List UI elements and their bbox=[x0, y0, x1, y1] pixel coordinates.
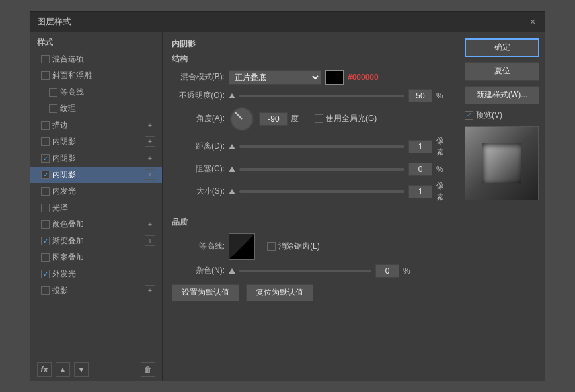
distance-label: 距离(D): bbox=[172, 141, 225, 152]
sidebar-item-satin[interactable]: 光泽 bbox=[30, 200, 162, 216]
move-down-button[interactable]: ▼ bbox=[74, 362, 89, 377]
distance-slider-track[interactable] bbox=[239, 145, 404, 148]
choke-slider-triangle[interactable] bbox=[229, 167, 235, 172]
move-up-button[interactable]: ▲ bbox=[56, 362, 70, 377]
contour-preview[interactable] bbox=[229, 233, 255, 260]
opacity-slider-track[interactable] bbox=[239, 95, 404, 97]
close-button[interactable]: × bbox=[527, 17, 538, 27]
contour-sub-checkbox[interactable] bbox=[49, 88, 58, 97]
satin-checkbox[interactable] bbox=[41, 204, 50, 212]
styles-section-title: 样式 bbox=[30, 32, 162, 51]
angle-dial[interactable] bbox=[230, 107, 254, 131]
inner-shadow1-checkbox[interactable] bbox=[41, 137, 50, 146]
anti-alias-checkbox[interactable] bbox=[267, 242, 276, 251]
size-slider-track[interactable] bbox=[239, 190, 404, 193]
delete-button[interactable]: 🗑 bbox=[141, 362, 155, 377]
sidebar-item-inner-shadow3[interactable]: 内阴影 + bbox=[30, 167, 162, 183]
use-global-light-row: 使用全局光(G) bbox=[315, 113, 377, 124]
inner-shadow2-checkbox[interactable] bbox=[41, 154, 50, 163]
choke-slider-track[interactable] bbox=[239, 168, 404, 171]
size-slider-container bbox=[229, 189, 404, 194]
sidebar-item-texture-sub[interactable]: 纹理 bbox=[30, 100, 162, 117]
sidebar-item-color-overlay[interactable]: 颜色叠加 + bbox=[30, 216, 162, 233]
anti-alias-row: 消除锯齿(L) bbox=[267, 241, 320, 252]
ok-button[interactable]: 确定 bbox=[465, 38, 539, 57]
sidebar-item-drop-shadow[interactable]: 投影 + bbox=[30, 282, 162, 299]
noise-slider-triangle[interactable] bbox=[229, 268, 235, 274]
inner-glow-checkbox[interactable] bbox=[41, 187, 50, 196]
stroke-plus-btn[interactable]: + bbox=[145, 120, 155, 130]
set-default-button[interactable]: 设置为默认值 bbox=[172, 284, 239, 301]
choke-row: 阻塞(C): % bbox=[172, 163, 449, 176]
choke-label: 阻塞(C): bbox=[172, 163, 225, 175]
blend-mode-label: 混合模式(B): bbox=[172, 71, 225, 83]
color-overlay-label: 颜色叠加 bbox=[52, 219, 84, 230]
drop-shadow-plus-btn[interactable]: + bbox=[145, 285, 155, 295]
opacity-slider-container bbox=[229, 93, 404, 98]
angle-input[interactable] bbox=[259, 112, 288, 126]
gradient-overlay-plus-btn[interactable]: + bbox=[145, 235, 155, 246]
texture-sub-checkbox[interactable] bbox=[49, 104, 58, 113]
inner-shadow1-plus-btn[interactable]: + bbox=[145, 136, 155, 147]
distance-slider-container bbox=[229, 144, 404, 149]
gradient-overlay-checkbox[interactable] bbox=[41, 237, 50, 245]
inner-shadow3-checkbox[interactable] bbox=[41, 171, 50, 179]
new-style-button[interactable]: 新建样式(W)... bbox=[465, 86, 539, 104]
use-global-light-checkbox[interactable] bbox=[315, 114, 323, 123]
pattern-overlay-checkbox[interactable] bbox=[41, 253, 50, 262]
blending-checkbox[interactable] bbox=[41, 55, 50, 63]
sidebar-item-inner-shadow1[interactable]: 内阴影 + bbox=[30, 134, 162, 150]
fx-button[interactable]: fx bbox=[37, 362, 52, 377]
distance-input[interactable] bbox=[408, 140, 432, 153]
anti-alias-label: 消除锯齿(L) bbox=[278, 241, 320, 252]
preview-checkbox[interactable] bbox=[465, 111, 473, 120]
quality-title: 品质 bbox=[172, 217, 449, 228]
distance-slider-triangle[interactable] bbox=[229, 144, 235, 149]
sidebar-item-bevel[interactable]: 斜面和浮雕 bbox=[30, 67, 162, 84]
gradient-overlay-label: 渐变叠加 bbox=[52, 235, 84, 247]
opacity-row: 不透明度(O): 50 % bbox=[172, 89, 449, 102]
noise-label: 杂色(N): bbox=[172, 265, 225, 276]
divider bbox=[172, 210, 449, 210]
inner-shadow3-label: 内阴影 bbox=[52, 169, 76, 180]
satin-label: 光泽 bbox=[52, 202, 68, 214]
preview-canvas bbox=[465, 126, 539, 200]
sidebar-item-inner-glow[interactable]: 内发光 bbox=[30, 183, 162, 200]
contour-row: 等高线: 消除锯齿(L) bbox=[172, 233, 449, 260]
inner-shadow3-plus-btn[interactable]: + bbox=[145, 169, 155, 180]
sidebar-item-blending[interactable]: 混合选项 bbox=[30, 51, 162, 67]
sidebar-item-pattern-overlay[interactable]: 图案叠加 bbox=[30, 249, 162, 266]
sidebar-item-gradient-overlay[interactable]: 渐变叠加 + bbox=[30, 233, 162, 249]
reset-button[interactable]: 夏位 bbox=[465, 62, 539, 81]
inner-shadow2-label: 内阴影 bbox=[52, 153, 76, 164]
opacity-slider-triangle[interactable] bbox=[229, 93, 235, 98]
opacity-input[interactable]: 50 bbox=[408, 89, 432, 102]
sidebar-item-contour-sub[interactable]: 等高线 bbox=[30, 84, 162, 100]
noise-slider-track[interactable] bbox=[239, 270, 371, 272]
preview-inner-square bbox=[482, 143, 521, 183]
noise-input[interactable] bbox=[375, 264, 399, 278]
reset-default-button[interactable]: 复位为默认值 bbox=[246, 284, 313, 301]
sidebar-item-outer-glow[interactable]: 外发光 bbox=[30, 266, 162, 282]
inner-shadow1-label: 内阴影 bbox=[52, 136, 76, 147]
outer-glow-checkbox[interactable] bbox=[41, 270, 50, 278]
choke-input[interactable] bbox=[408, 163, 432, 176]
choke-unit: % bbox=[436, 165, 449, 174]
color-overlay-checkbox[interactable] bbox=[41, 220, 50, 229]
size-input[interactable] bbox=[408, 185, 432, 198]
stroke-checkbox[interactable] bbox=[41, 121, 50, 130]
blend-mode-select[interactable]: 正片叠底 正常 溶解 屏幕 叠加 bbox=[229, 70, 321, 85]
choke-slider-container bbox=[229, 167, 404, 172]
bevel-checkbox[interactable] bbox=[41, 71, 50, 80]
noise-unit: % bbox=[403, 266, 416, 276]
inner-shadow2-plus-btn[interactable]: + bbox=[145, 153, 155, 163]
outer-glow-label: 外发光 bbox=[52, 268, 76, 280]
sidebar-item-stroke[interactable]: 描边 + bbox=[30, 117, 162, 134]
size-slider-triangle[interactable] bbox=[229, 189, 235, 194]
angle-row: 角度(A): 度 使用全局光(G) bbox=[172, 107, 449, 131]
color-overlay-plus-btn[interactable]: + bbox=[145, 219, 155, 229]
distance-unit: 像素 bbox=[436, 136, 449, 158]
color-swatch[interactable] bbox=[325, 70, 344, 85]
drop-shadow-checkbox[interactable] bbox=[41, 286, 50, 295]
sidebar-item-inner-shadow2[interactable]: 内阴影 + bbox=[30, 150, 162, 167]
